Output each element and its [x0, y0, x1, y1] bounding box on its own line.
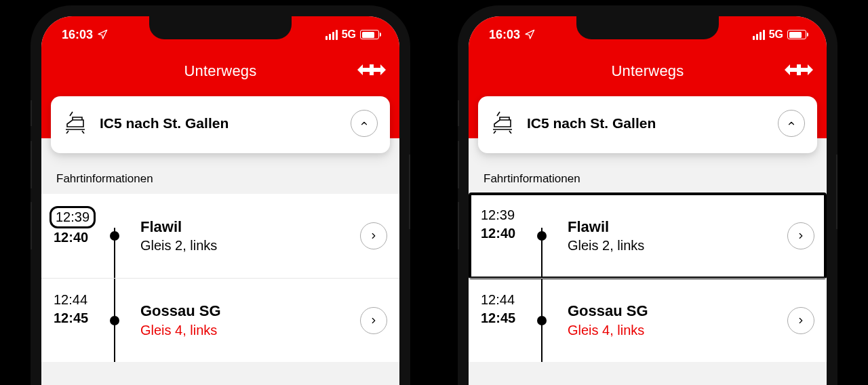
- network-label: 5G: [769, 28, 783, 41]
- stop-platform: Gleis 4, links: [140, 321, 360, 340]
- stop-detail-button[interactable]: [360, 222, 387, 249]
- journey-card[interactable]: IC5 nach St. Gallen: [51, 96, 390, 153]
- stop-marker-icon: [110, 316, 119, 325]
- stop-row-flawil[interactable]: 12:39 12:40 Flawil Gleis 2, links: [41, 194, 399, 278]
- arrival-time: 12:39: [56, 209, 90, 224]
- arrival-time: 12:44: [54, 291, 101, 309]
- chevron-right-icon: [369, 316, 378, 325]
- stop-row-flawil[interactable]: 12:39 12:40 Flawil Gleis 2, links: [469, 194, 827, 278]
- train-icon: [490, 110, 515, 136]
- sbb-logo-icon: [785, 63, 813, 79]
- stop-name: Gossau SG: [140, 301, 360, 321]
- departure-time: 12:45: [481, 309, 528, 327]
- stop-name: Flawil: [140, 217, 360, 237]
- svg-marker-0: [98, 30, 107, 39]
- nav-header: Unterwegs: [41, 53, 399, 89]
- stop-detail-button[interactable]: [360, 307, 387, 334]
- location-icon: [97, 29, 108, 40]
- chevron-up-icon: [787, 119, 796, 128]
- svg-marker-1: [526, 30, 534, 39]
- battery-icon: [787, 30, 806, 39]
- notch: [576, 16, 719, 39]
- stop-platform: Gleis 4, links: [568, 321, 787, 340]
- stop-name: Flawil: [568, 217, 787, 237]
- stop-list: 12:39 12:40 Flawil Gleis 2, links 12:44: [41, 194, 399, 362]
- collapse-button[interactable]: [351, 110, 378, 137]
- stop-platform: Gleis 2, links: [140, 237, 360, 255]
- stop-marker-icon: [537, 231, 547, 241]
- arrival-time: 12:44: [481, 291, 528, 309]
- sbb-logo-icon: [357, 63, 386, 79]
- departure-time: 12:40: [481, 224, 528, 243]
- departure-time: 12:40: [54, 228, 101, 247]
- chevron-right-icon: [369, 231, 378, 241]
- signal-icon: [326, 30, 338, 40]
- chevron-right-icon: [796, 316, 806, 325]
- focus-highlight-time: 12:39: [50, 206, 96, 228]
- train-icon: [63, 110, 87, 136]
- stop-row-gossau[interactable]: 12:44 12:45 Gossau SG Gleis 4, links: [41, 278, 399, 362]
- page-title: Unterwegs: [612, 62, 684, 80]
- journey-card[interactable]: IC5 nach St. Gallen: [478, 96, 817, 153]
- stop-name: Gossau SG: [568, 301, 787, 321]
- stop-marker-icon: [110, 231, 119, 241]
- network-label: 5G: [342, 28, 356, 41]
- chevron-up-icon: [359, 119, 369, 128]
- stop-detail-button[interactable]: [787, 222, 814, 249]
- stop-list: 12:39 12:40 Flawil Gleis 2, links 12:44: [469, 194, 827, 362]
- status-clock: 16:03: [489, 28, 520, 42]
- notch: [149, 16, 292, 39]
- stop-marker-icon: [537, 316, 547, 325]
- signal-icon: [753, 30, 765, 40]
- page-title: Unterwegs: [184, 62, 257, 80]
- status-clock: 16:03: [62, 28, 93, 42]
- battery-icon: [360, 30, 379, 39]
- departure-time: 12:45: [54, 309, 101, 327]
- collapse-button[interactable]: [778, 110, 805, 137]
- nav-header: Unterwegs: [469, 53, 827, 89]
- section-label: Fahrtinformationen: [469, 153, 827, 194]
- journey-title: IC5 nach St. Gallen: [100, 115, 338, 131]
- phone-mockup-left: 16:03 5G Unterwegs IC5 nach St. Gallen: [31, 5, 410, 385]
- stop-platform: Gleis 2, links: [568, 237, 787, 255]
- stop-detail-button[interactable]: [787, 307, 814, 334]
- arrival-time: 12:39: [481, 206, 528, 224]
- phone-mockup-right: 16:03 5G Unterwegs IC5 nach St. Gallen: [458, 5, 837, 385]
- chevron-right-icon: [796, 231, 806, 241]
- section-label: Fahrtinformationen: [41, 153, 399, 194]
- location-icon: [524, 29, 535, 40]
- stop-row-gossau[interactable]: 12:44 12:45 Gossau SG Gleis 4, links: [469, 278, 827, 362]
- journey-title: IC5 nach St. Gallen: [527, 115, 766, 131]
